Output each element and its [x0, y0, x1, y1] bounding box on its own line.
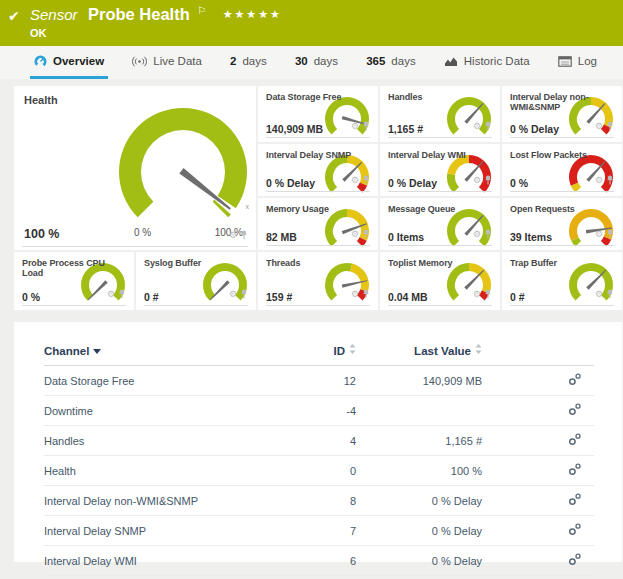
check-icon: ✔ — [8, 8, 20, 24]
gear-icon[interactable]: ⚙ — [473, 176, 481, 185]
table-row: Interval Delay SNMP 7 0 % Delay — [44, 516, 594, 546]
channels-table-panel: ChannelIDLast Value Data Storage Free 12… — [14, 322, 622, 562]
pin-icon[interactable] — [606, 225, 614, 243]
channel-id: 12 — [276, 366, 356, 396]
pin-icon[interactable] — [484, 117, 492, 135]
gauge-title: Probe Process CPU Load — [22, 258, 126, 279]
pin-icon[interactable] — [118, 285, 126, 303]
gauge-title: Toplist Memory — [388, 258, 492, 268]
gear-icon[interactable]: ⚙ — [229, 231, 237, 240]
gauge-title: Open Requests — [510, 204, 614, 214]
tab-number: 2 — [230, 55, 236, 67]
priority-stars[interactable]: ★★★★★ — [223, 8, 282, 20]
channel-last-value: 0 % Delay — [356, 546, 482, 576]
gauge-value: 39 Items — [510, 231, 552, 243]
gear-icon[interactable]: ⚙ — [229, 290, 237, 299]
pin-icon[interactable] — [484, 225, 492, 243]
tab-bar: OverviewLive Data2days30days365daysHisto… — [0, 46, 623, 79]
scale-marker: x — [246, 203, 250, 210]
tab-live-data[interactable]: Live Data — [128, 46, 206, 79]
tab-2-days[interactable]: 2days — [226, 46, 271, 79]
channel-id: -4 — [276, 396, 356, 426]
edit-channel-icon[interactable] — [568, 403, 582, 418]
health-gauge — [115, 104, 251, 244]
pin-icon[interactable] — [484, 171, 492, 189]
gear-icon[interactable]: ⚙ — [473, 230, 481, 239]
channel-name[interactable]: Interval Delay SNMP — [44, 516, 276, 546]
edit-channel-icon[interactable] — [568, 493, 582, 508]
edit-channel-icon[interactable] — [568, 553, 582, 568]
pin-icon[interactable] — [240, 285, 248, 303]
gear-icon[interactable]: ⚙ — [351, 290, 359, 299]
column-header-id[interactable]: ID — [276, 338, 356, 366]
gauge-value: 159 # — [266, 291, 292, 303]
tab-number: 30 — [295, 55, 308, 67]
channel-name[interactable]: Handles — [44, 426, 276, 456]
channel-last-value — [356, 396, 482, 426]
channel-name[interactable]: Interval Delay non-WMI&SNMP — [44, 486, 276, 516]
tab-365-days[interactable]: 365days — [362, 46, 419, 79]
pin-icon[interactable] — [362, 285, 370, 303]
tab-label: Log — [578, 55, 597, 67]
gear-icon[interactable]: ⚙ — [473, 290, 481, 299]
gear-icon[interactable]: ⚙ — [595, 122, 603, 131]
gear-icon[interactable]: ⚙ — [351, 176, 359, 185]
gauge-value: 0 Items — [388, 231, 424, 243]
gear-icon[interactable]: ⚙ — [473, 122, 481, 131]
channel-name[interactable]: Health — [44, 456, 276, 486]
gear-icon[interactable]: ⚙ — [351, 230, 359, 239]
pin-icon[interactable] — [606, 117, 614, 135]
gear-icon[interactable]: ⚙ — [595, 290, 603, 299]
tab-30-days[interactable]: 30days — [291, 46, 342, 79]
gauge-title: Handles — [388, 92, 492, 102]
column-header-channel[interactable]: Channel — [44, 338, 276, 366]
gauge-panel-trap-buffer: Trap Buffer 0 # ⚙ — [502, 252, 622, 310]
log-icon — [558, 56, 572, 67]
sensor-kind-label: Sensor — [30, 6, 78, 23]
gauge-value: 0 % — [22, 291, 40, 303]
flag-icon[interactable]: ⚐ — [197, 5, 206, 16]
edit-channel-icon[interactable] — [568, 463, 582, 478]
sensor-header: ✔ Sensor Probe Health ⚐ ★★★★★ OK — [0, 0, 623, 46]
table-row: Interval Delay WMI 6 0 % Delay — [44, 546, 594, 576]
channel-id: 6 — [276, 546, 356, 576]
channel-name[interactable]: Data Storage Free — [44, 366, 276, 396]
gauge-panel-interval-delay-non-wmi-snmp: Interval Delay non-WMI&SNMP 0 % Delay ⚙ — [502, 86, 622, 142]
gear-icon[interactable]: ⚙ — [107, 290, 115, 299]
pin-icon[interactable] — [362, 117, 370, 135]
pin-icon[interactable] — [606, 171, 614, 189]
pin-icon[interactable] — [362, 171, 370, 189]
pin-icon[interactable] — [484, 285, 492, 303]
gauge-value: 1,165 # — [388, 123, 423, 135]
gear-icon[interactable]: ⚙ — [595, 230, 603, 239]
gauge-title: Threads — [266, 258, 370, 268]
gauge-value: 0 # — [510, 291, 525, 303]
gauge-panel-interval-delay-wmi: Interval Delay WMI 0 % Delay ⚙ — [380, 144, 500, 196]
table-row: Downtime -4 — [44, 396, 594, 426]
channel-name[interactable]: Interval Delay WMI — [44, 546, 276, 576]
channel-name[interactable]: Lost Flow Packets — [44, 576, 276, 579]
tab-log[interactable]: Log — [554, 46, 601, 79]
gauge-value: 0.04 MB — [388, 291, 428, 303]
gauge-value: 82 MB — [266, 231, 297, 243]
overview-content: Health x 100 % 0 % 100 % ⚙ Data Storage … — [0, 79, 623, 562]
historic-icon — [444, 56, 458, 67]
edit-channel-icon[interactable] — [568, 433, 582, 448]
pin-icon[interactable] — [606, 285, 614, 303]
tab-label: days — [391, 55, 415, 67]
tab-label: days — [242, 55, 266, 67]
pin-icon[interactable] — [240, 226, 248, 244]
channel-id: 4 — [276, 426, 356, 456]
tab-historic-data[interactable]: Historic Data — [440, 46, 534, 79]
gauge-title: Interval Delay WMI — [388, 150, 492, 160]
tab-overview[interactable]: Overview — [30, 46, 108, 79]
gear-icon[interactable]: ⚙ — [351, 122, 359, 131]
edit-channel-icon[interactable] — [568, 373, 582, 388]
pin-icon[interactable] — [362, 225, 370, 243]
sort-desc-icon — [93, 344, 101, 356]
edit-channel-icon[interactable] — [568, 523, 582, 538]
channel-name[interactable]: Downtime — [44, 396, 276, 426]
table-row: Health 0 100 % — [44, 456, 594, 486]
column-header-last-value[interactable]: Last Value — [356, 338, 482, 366]
gear-icon[interactable]: ⚙ — [595, 176, 603, 185]
